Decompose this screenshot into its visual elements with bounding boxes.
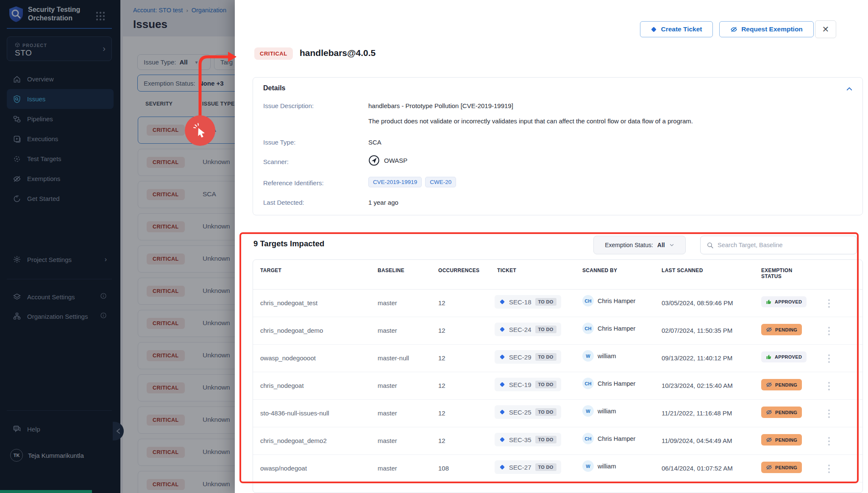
avatar: CH [582,433,594,444]
exemption-status-label: PENDING [775,410,797,415]
ticket-chip[interactable]: SEC-18 TO DO [495,295,561,309]
target-row[interactable]: sto-4836-null-issues-null master 12 SEC-… [253,400,862,427]
scanned-by-cell: CH Chris Hamper [582,378,635,389]
row-menu-kebab-icon[interactable] [825,435,833,448]
request-exemption-button[interactable]: Request Exemption [719,21,814,37]
baseline-cell: master [378,465,397,472]
row-menu-kebab-icon[interactable] [825,297,833,310]
issue-title: handlebars@4.0.5 [300,48,376,58]
target-row[interactable]: owasp_nodegoooot master-null 12 SEC-29 T… [253,345,862,372]
scanned-by-cell: W william [582,460,616,472]
thumbs-up-icon [766,354,772,360]
targets-search [700,236,857,254]
ticket-status-badge: TO DO [535,353,556,361]
targets-table-header: TARGET BASELINE OCCURRENCES TICKET SCANN… [253,260,862,290]
issue-type-value: SCA [368,139,381,146]
col-target: TARGET [260,267,281,273]
target-cell: chris_nodegoat [260,382,304,389]
ticket-chip[interactable]: SEC-19 TO DO [495,378,561,391]
target-row[interactable]: chris_nodegoat_test master 12 SEC-18 TO … [253,290,862,317]
exemption-status-label: APPROVED [775,354,802,359]
last-scanned-cell: 10/23/2024, 02:15:40 AM [662,382,733,389]
ticket-id: SEC-19 [509,381,531,388]
jira-ticket-icon [499,354,505,360]
col-scanned-by: SCANNED BY [582,267,617,273]
avatar: W [582,460,594,472]
target-row[interactable]: owasp/nodegoat master 108 SEC-27 TO DO W… [253,455,862,482]
ticket-status-badge: TO DO [535,381,556,388]
baseline-cell: master [378,437,397,444]
exemption-status-badge: PENDING [761,434,802,446]
col-occurrences: OCCURRENCES [438,267,479,273]
row-menu-kebab-icon[interactable] [825,352,833,365]
ticket-chip[interactable]: SEC-29 TO DO [495,350,561,364]
targets-exemption-filter-label: Exemption Status: [605,242,653,248]
ticket-chip[interactable]: SEC-27 TO DO [495,460,561,474]
targets-exemption-status-dropdown[interactable]: Exemption Status:All [593,236,686,254]
occurrences-cell: 108 [438,465,449,472]
last-scanned-cell: 11/21/2022, 11:16:48 PM [662,409,732,417]
ticket-id: SEC-29 [509,354,531,361]
row-menu-kebab-icon[interactable] [825,462,833,475]
create-ticket-button[interactable]: Create Ticket [640,21,713,37]
last-scanned-cell: 02/07/2024, 11:50:35 PM [662,327,732,334]
exemption-status-label: PENDING [775,327,797,332]
occurrences-cell: 12 [438,437,445,444]
occurrences-cell: 12 [438,327,445,334]
target-row[interactable]: chris_nodegoat master 12 SEC-19 TO DO CH… [253,372,862,400]
ticket-status-badge: TO DO [535,326,556,333]
jira-ticket-icon [499,326,505,332]
scanned-by-name: william [598,463,616,470]
issue-type-label: Issue Type: [263,139,295,146]
jira-ticket-icon [499,299,505,305]
target-row[interactable]: chris_nodegoat_demo master 12 SEC-24 TO … [253,317,862,345]
reference-chip-cwe[interactable]: CWE-20 [425,177,456,187]
ticket-diamond-icon [651,26,657,33]
ticket-chip[interactable]: SEC-24 TO DO [495,323,561,336]
row-menu-kebab-icon[interactable] [825,325,833,337]
eye-off-icon [766,409,772,415]
request-exemption-label: Request Exemption [741,25,803,33]
close-button[interactable]: ✕ [815,20,836,38]
scanner-label: Scanner: [263,158,289,165]
ticket-chip[interactable]: SEC-35 TO DO [495,433,561,446]
search-icon [707,242,714,249]
row-menu-kebab-icon[interactable] [825,407,833,420]
target-cell: chris_nodegoat_test [260,299,317,306]
scanned-by-name: Chris Hamper [598,435,635,442]
target-row[interactable]: chris_nodegoat_demo2 master 12 SEC-35 TO… [253,427,862,455]
targets-search-input[interactable] [718,242,851,248]
close-icon: ✕ [822,24,829,34]
issue-description-line1: handlebars - Prototype Pollution [CVE-20… [368,102,513,109]
scanned-by-cell: CH Chris Hamper [582,433,635,444]
issue-detail-panel: Create Ticket Request Exemption ✕ CRITIC… [235,0,868,493]
target-cell: sto-4836-null-issues-null [260,409,329,417]
target-cell: chris_nodegoat_demo [260,327,323,334]
details-section: Details Issue Description: handlebars - … [253,77,863,215]
baseline-cell: master [378,409,397,417]
last-scanned-cell: 06/14/2024, 01:07:52 AM [662,465,733,472]
baseline-cell: master-null [378,354,409,362]
eye-off-icon [766,326,772,333]
ticket-status-badge: TO DO [535,463,556,471]
exemption-status-label: PENDING [775,465,797,470]
exemption-status-badge: PENDING [761,407,802,418]
row-menu-kebab-icon[interactable] [825,380,833,393]
ticket-id: SEC-27 [509,464,531,471]
severity-badge: CRITICAL [254,47,293,60]
scanned-by-cell: W william [582,350,616,362]
col-last-scanned: LAST SCANNED [662,267,703,273]
reference-chips: CVE-2019-19919CWE-20 [368,177,459,187]
ticket-id: SEC-24 [509,326,531,333]
jira-ticket-icon [499,437,505,443]
last-scanned-cell: 09/13/2022, 11:40:12 PM [662,354,732,362]
col-ticket: TICKET [497,267,516,273]
targets-table-body: chris_nodegoat_test master 12 SEC-18 TO … [253,290,862,482]
chevron-up-icon[interactable] [846,85,854,94]
last-scanned-cell: 03/05/2024, 08:59:46 PM [662,299,733,306]
avatar: CH [582,323,594,334]
ticket-chip[interactable]: SEC-25 TO DO [495,405,561,419]
targets-impacted-heading: 9 Targets Impacted [253,239,324,248]
reference-chip-cve[interactable]: CVE-2019-19919 [368,177,422,187]
occurrences-cell: 12 [438,354,445,362]
